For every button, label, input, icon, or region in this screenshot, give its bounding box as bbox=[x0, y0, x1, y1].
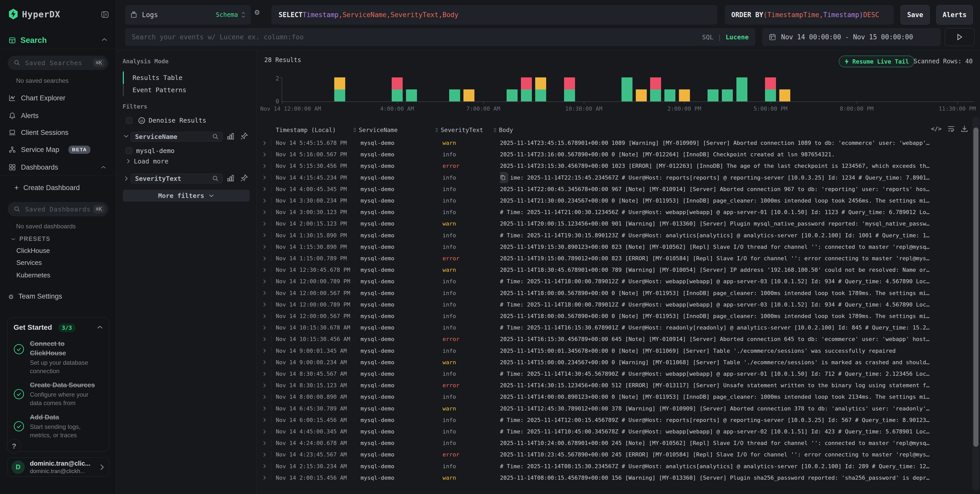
table-row[interactable]: Nov 14 6:00:15.456 AMmysql-demoinfo# Tim… bbox=[257, 414, 972, 426]
search-icon[interactable] bbox=[212, 133, 219, 140]
scrollbar-track[interactable] bbox=[972, 117, 980, 491]
row-expand-icon[interactable] bbox=[262, 186, 266, 191]
bar-chart-icon[interactable] bbox=[227, 174, 234, 182]
column-header-servicename[interactable]: ServiceName bbox=[353, 126, 398, 135]
time-range-picker[interactable]: Nov 14 00:00:00 - Nov 15 00:00:00 bbox=[762, 28, 941, 46]
get-started-item[interactable]: Create Data Sources Configure where your… bbox=[30, 380, 97, 407]
table-row[interactable]: Nov 14 5:15:30.456 PMmysql-demoerror2025… bbox=[257, 160, 972, 172]
table-row[interactable]: Nov 14 10:15:30.456 AMmysql-demoerror202… bbox=[257, 333, 972, 345]
events-histogram[interactable]: 2 0 Nov 14 12:00:00 AM4:00:00 AM7:00:00 … bbox=[282, 77, 973, 101]
drag-handle-icon[interactable] bbox=[493, 127, 496, 132]
table-row[interactable]: Nov 14 4:45:00.345 AMmysql-demoinfo# Tim… bbox=[257, 426, 972, 437]
sidebar-section-search[interactable]: Search bbox=[9, 36, 47, 45]
analysis-mode-event-patterns[interactable]: Event Patterns bbox=[123, 84, 230, 96]
row-expand-icon[interactable] bbox=[262, 383, 266, 388]
drag-handle-icon[interactable] bbox=[353, 127, 356, 132]
row-expand-icon[interactable] bbox=[262, 418, 266, 422]
resume-live-tail-button[interactable]: Resume Live Tail bbox=[839, 56, 915, 67]
language-toggle[interactable]: SQL | Lucene bbox=[702, 33, 749, 41]
bar-chart-icon[interactable] bbox=[227, 132, 234, 140]
row-expand-icon[interactable] bbox=[262, 464, 266, 469]
row-expand-icon[interactable] bbox=[262, 244, 266, 249]
table-row[interactable]: Nov 14 8:30:15.123 AMmysql-demoerror2025… bbox=[257, 379, 972, 391]
user-profile-chip[interactable]: D dominic.tran@clic... dominic.tran@clic… bbox=[7, 457, 109, 476]
wrap-lines-icon[interactable] bbox=[947, 125, 955, 132]
row-expand-icon[interactable] bbox=[262, 475, 266, 480]
table-row[interactable]: Nov 14 1:30:15.890 PMmysql-demoinfo# Tim… bbox=[257, 229, 972, 241]
row-expand-icon[interactable] bbox=[262, 452, 266, 457]
row-expand-icon[interactable] bbox=[262, 198, 266, 203]
row-expand-icon[interactable] bbox=[262, 233, 266, 238]
row-expand-icon[interactable] bbox=[262, 221, 266, 226]
filter-group-severitytext[interactable]: SeverityText bbox=[131, 174, 223, 183]
select-clause-input[interactable]: SELECT Timestamp,ServiceName,SeverityTex… bbox=[271, 5, 717, 24]
lang-lucene[interactable]: Lucene bbox=[726, 33, 749, 41]
presets-toggle[interactable]: PRESETS bbox=[11, 236, 50, 242]
get-started-item[interactable]: Add Data Start sending logs, metrics, or… bbox=[30, 413, 97, 439]
row-expand-icon[interactable] bbox=[262, 140, 266, 146]
table-row[interactable]: Nov 14 1:15:30.890 PMmysql-demoinfo2025-… bbox=[257, 241, 972, 253]
sidebar-item-team-settings[interactable]: ⚙ Team Settings bbox=[0, 289, 116, 303]
table-row[interactable]: Nov 14 8:00:00.890 AMmysql-demoinfo2025-… bbox=[257, 391, 972, 403]
table-row[interactable]: Nov 14 3:30:00.234 PMmysql-demoinfo2025-… bbox=[257, 195, 972, 206]
row-expand-icon[interactable] bbox=[262, 394, 266, 400]
pin-icon[interactable] bbox=[240, 174, 248, 182]
load-more-link[interactable]: Load more bbox=[134, 158, 168, 165]
chevron-right-icon[interactable] bbox=[124, 176, 128, 182]
more-filters-button[interactable]: More filters bbox=[123, 190, 250, 202]
table-row[interactable]: Nov 14 12:00:00.789 PMmysql-demoinfo# Ti… bbox=[257, 276, 972, 287]
download-icon[interactable] bbox=[961, 125, 968, 132]
table-row[interactable]: Nov 14 12:30:45.678 PMmysql-demowarn2025… bbox=[257, 264, 972, 276]
table-row[interactable]: Nov 14 6:45:30.789 AMmysql-demowarn2025-… bbox=[257, 403, 972, 414]
table-row[interactable]: Nov 14 4:23:45.567 AMmysql-demoerror2025… bbox=[257, 449, 972, 460]
sidebar-item-service-map[interactable]: Service Map BETA bbox=[0, 143, 116, 157]
table-row[interactable]: Nov 14 5:45:15.678 PMmysql-demowarn2025-… bbox=[257, 137, 972, 149]
table-row[interactable]: Nov 14 12:00:00.567 PMmysql-demoinfo2025… bbox=[257, 310, 972, 322]
row-expand-icon[interactable] bbox=[262, 441, 266, 446]
run-query-button[interactable] bbox=[945, 28, 974, 46]
lang-sql[interactable]: SQL bbox=[702, 33, 713, 41]
table-row[interactable]: Nov 14 2:00:15.123 PMmysql-demowarn2025-… bbox=[257, 218, 972, 229]
save-button[interactable]: Save bbox=[900, 5, 930, 24]
create-dashboard-button[interactable]: + Create Dashboard bbox=[14, 183, 80, 192]
row-expand-icon[interactable] bbox=[262, 314, 266, 319]
order-by-input[interactable]: ORDER BY (TimestampTime, Timestamp) DESC bbox=[725, 5, 894, 24]
row-expand-icon[interactable] bbox=[262, 210, 266, 215]
chevron-down-icon[interactable] bbox=[123, 134, 129, 138]
row-expand-icon[interactable] bbox=[262, 268, 266, 272]
row-expand-icon[interactable] bbox=[262, 348, 266, 353]
sidebar-item-dashboards[interactable]: Dashboards bbox=[0, 160, 116, 174]
saved-searches-input[interactable]: Saved Searches ⌘K bbox=[8, 56, 108, 70]
sidebar-item-alerts[interactable]: Alerts bbox=[0, 108, 116, 123]
scrollbar-thumb[interactable] bbox=[974, 127, 978, 447]
preset-clickhouse[interactable]: ClickHouse bbox=[16, 247, 50, 255]
preset-services[interactable]: Services bbox=[16, 259, 42, 267]
chevron-up-icon[interactable] bbox=[101, 37, 108, 42]
get-started-item[interactable]: Connect to ClickHouse Set up your databa… bbox=[30, 339, 97, 375]
search-input[interactable]: Search your events w/ Lucene ex. column:… bbox=[125, 28, 755, 46]
row-expand-icon[interactable] bbox=[262, 290, 266, 296]
sidebar-item-client-sessions[interactable]: Client Sessions bbox=[0, 126, 116, 140]
table-row[interactable]: Nov 14 8:30:45.567 AMmysql-demoinfo# Tim… bbox=[257, 368, 972, 379]
table-row[interactable]: Nov 14 4:24:00.678 AMmysql-demoinfo2025-… bbox=[257, 437, 972, 449]
help-button[interactable]: ? bbox=[7, 439, 21, 453]
table-row[interactable]: Nov 14 9:00:00.234 AMmysql-demowarn2025-… bbox=[257, 357, 972, 368]
table-row[interactable]: Nov 14 4:00:45.345 PMmysql-demoinfo2025-… bbox=[257, 183, 972, 195]
row-expand-icon[interactable] bbox=[262, 371, 266, 376]
source-select[interactable]: Logs Schema bbox=[125, 5, 251, 24]
chevron-up-icon[interactable] bbox=[97, 325, 103, 330]
row-expand-icon[interactable] bbox=[262, 325, 266, 330]
row-expand-icon[interactable] bbox=[262, 337, 266, 342]
drag-handle-icon[interactable] bbox=[435, 127, 438, 132]
row-expand-icon[interactable] bbox=[262, 279, 266, 284]
table-row[interactable]: Nov 14 2:15:30.234 AMmysql-demoinfo# Tim… bbox=[257, 461, 972, 472]
table-row[interactable]: Nov 14 12:00:00.567 PMmysql-demoinfo2025… bbox=[257, 287, 972, 299]
analysis-mode-results-table[interactable]: Results Table bbox=[123, 72, 230, 84]
row-expand-icon[interactable] bbox=[262, 152, 266, 157]
row-expand-icon[interactable] bbox=[262, 164, 266, 169]
row-expand-icon[interactable] bbox=[262, 406, 266, 411]
servicename-value-checkbox[interactable] bbox=[126, 147, 132, 154]
table-row[interactable]: Nov 14 1:15:00.789 PMmysql-demoerror2025… bbox=[257, 253, 972, 264]
preset-kubernetes[interactable]: Kubernetes bbox=[16, 271, 50, 279]
pin-icon[interactable] bbox=[240, 132, 248, 140]
